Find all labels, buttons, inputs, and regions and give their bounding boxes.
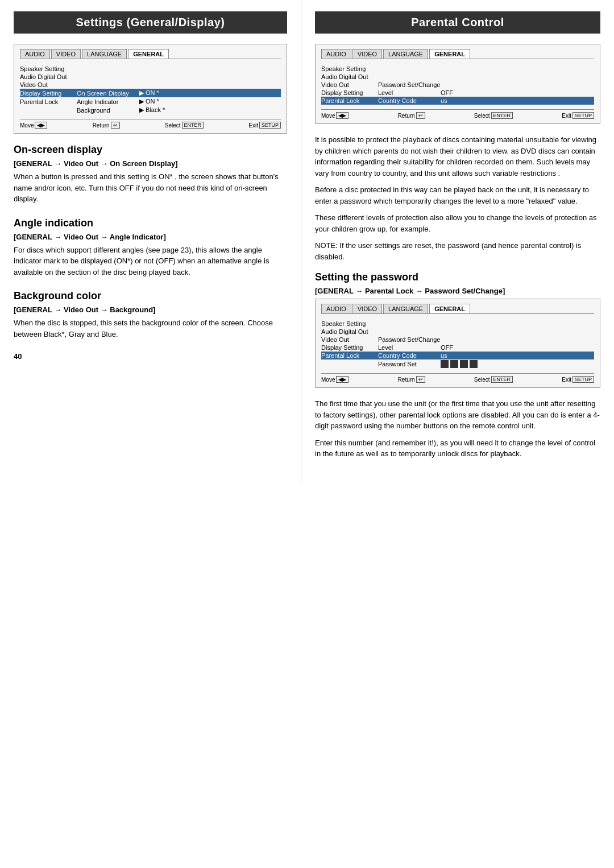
- right-intro-p2: Before a disc protected in this way can …: [315, 184, 600, 206]
- tab-audio-right2[interactable]: AUDIO: [321, 304, 351, 313]
- right-menu-footer2: Move ◀▶ Return↩ Select ENTER Exit SETUP: [321, 373, 594, 383]
- heading-on-screen-display: On-screen display: [14, 144, 287, 156]
- heading-angle-indication: Angle indication: [14, 217, 287, 229]
- password-dot3: [460, 360, 468, 368]
- section-angle-indication: Angle indication [GENERAL → Video Out → …: [14, 217, 287, 278]
- right-intro-p4: NOTE: If the user settings are reset, th…: [315, 240, 600, 262]
- right-menu-content2: Speaker Setting Audio Digital Out Video …: [321, 317, 594, 371]
- right-intro-p1: It is possible to protect the playback o…: [315, 134, 600, 179]
- right-row-parental-lock1[interactable]: Parental Lock Country Code us: [321, 97, 594, 105]
- footer-move-left: Move ◀▶: [20, 122, 47, 129]
- page-number: 40: [14, 352, 287, 361]
- menu-row-speaker: Speaker Setting: [20, 65, 281, 73]
- footer-exit-left: Exit SETUP: [248, 122, 281, 129]
- menu-row-video-out: Video Out: [20, 81, 281, 89]
- left-menu-footer: Move ◀▶ Return↩ Select ENTER Exit SETUP: [20, 119, 281, 129]
- right-menu-box1: AUDIO VIDEO LANGUAGE GENERAL Speaker Set…: [315, 44, 600, 124]
- password-text1: The first time that you use the unit (or…: [315, 398, 600, 432]
- tab-language-right1[interactable]: LANGUAGE: [383, 49, 428, 59]
- right-menu-content1: Speaker Setting Audio Digital Out Video …: [321, 63, 594, 107]
- menu-row-audio-digital: Audio Digital Out: [20, 73, 281, 81]
- footer-return-right1: Return↩: [398, 112, 425, 119]
- menu-row-background: Background ▶ Black *: [20, 106, 281, 114]
- menu-row-parental-lock[interactable]: Parental Lock Angle Indicator ▶ ON *: [20, 97, 281, 106]
- text-angle-indication: For discs which support different angles…: [14, 245, 287, 278]
- right-row-audio-digital1: Audio Digital Out: [321, 73, 594, 81]
- heading-setting-password: Setting the password: [315, 271, 600, 283]
- right-row-video-out1: Video Out Password Set/Change: [321, 81, 594, 89]
- footer-exit-right1: Exit SETUP: [562, 112, 594, 119]
- subheading-background-color: [GENERAL → Video Out → Background]: [14, 305, 287, 314]
- footer-select-right1: Select ENTER: [474, 112, 513, 119]
- tab-language-left[interactable]: LANGUAGE: [82, 49, 127, 59]
- section-on-screen-display: On-screen display [GENERAL → Video Out →…: [14, 144, 287, 205]
- tab-general-right1[interactable]: GENERAL: [429, 49, 470, 59]
- tab-video-right2[interactable]: VIDEO: [352, 304, 382, 313]
- password-text2: Enter this number (and remember it!), as…: [315, 437, 600, 460]
- right-row-speaker1: Speaker Setting: [321, 65, 594, 73]
- tab-general-right2[interactable]: GENERAL: [429, 304, 470, 313]
- subheading-angle-indication: [GENERAL → Video Out → Angle Indicator]: [14, 233, 287, 241]
- right-row-password-set: Password Set: [321, 359, 594, 369]
- right-menu-box2: AUDIO VIDEO LANGUAGE GENERAL Speaker Set…: [315, 299, 600, 388]
- right-menu-tabs2: AUDIO VIDEO LANGUAGE GENERAL: [321, 304, 594, 314]
- password-dot4: [470, 360, 478, 368]
- right-row-display-setting1: Display Setting Level OFF: [321, 89, 594, 97]
- text-background-color: When the disc is stopped, this sets the …: [14, 317, 287, 340]
- tab-audio-left[interactable]: AUDIO: [20, 49, 50, 59]
- text-on-screen-display: When a button is pressed and this settin…: [14, 171, 287, 205]
- right-row-audio-digital2: Audio Digital Out: [321, 328, 594, 336]
- password-dot1: [441, 360, 449, 368]
- subheading-on-screen-display: [GENERAL → Video Out → On Screen Display…: [14, 159, 287, 168]
- right-menu-tabs1: AUDIO VIDEO LANGUAGE GENERAL: [321, 49, 594, 59]
- tab-language-right2[interactable]: LANGUAGE: [383, 304, 428, 313]
- right-section-title: Parental Control: [315, 11, 600, 34]
- menu-row-display-setting[interactable]: Display Setting On Screen Display ▶ ON *: [20, 89, 281, 97]
- right-row-display-setting2: Display Setting Level OFF: [321, 344, 594, 352]
- left-menu-tabs: AUDIO VIDEO LANGUAGE GENERAL: [20, 49, 281, 59]
- footer-select-left: Select ENTER: [165, 122, 204, 129]
- footer-return-left: Return↩: [93, 122, 120, 129]
- footer-select-right2: Select ENTER: [474, 376, 513, 383]
- password-dot2: [450, 360, 458, 368]
- heading-background-color: Background color: [14, 290, 287, 302]
- footer-return-right2: Return↩: [398, 376, 425, 383]
- tab-video-left[interactable]: VIDEO: [51, 49, 81, 59]
- tab-audio-right1[interactable]: AUDIO: [321, 49, 351, 59]
- subheading-setting-password: [GENERAL → Parental Lock → Password Set/…: [315, 287, 600, 295]
- left-menu-content: Speaker Setting Audio Digital Out Video …: [20, 63, 281, 117]
- tab-video-right1[interactable]: VIDEO: [352, 49, 382, 59]
- right-row-parental-lock2[interactable]: Parental Lock Country Code us: [321, 352, 594, 359]
- right-row-speaker2: Speaker Setting: [321, 320, 594, 328]
- right-menu-footer1: Move ◀▶ Return↩ Select ENTER Exit SETUP: [321, 109, 594, 119]
- left-section-title: Settings (General/Display): [14, 11, 287, 34]
- right-row-video-out2: Video Out Password Set/Change: [321, 336, 594, 344]
- right-intro-p3: These different levels of protection als…: [315, 212, 600, 234]
- footer-move-right1: Move ◀▶: [321, 112, 349, 119]
- tab-general-left[interactable]: GENERAL: [128, 49, 169, 59]
- section-setting-password: Setting the password [GENERAL → Parental…: [315, 271, 600, 460]
- footer-exit-right2: Exit SETUP: [562, 376, 594, 383]
- section-background-color: Background color [GENERAL → Video Out → …: [14, 290, 287, 340]
- footer-move-right2: Move ◀▶: [321, 376, 349, 383]
- left-menu-box: AUDIO VIDEO LANGUAGE GENERAL Speaker Set…: [14, 44, 287, 134]
